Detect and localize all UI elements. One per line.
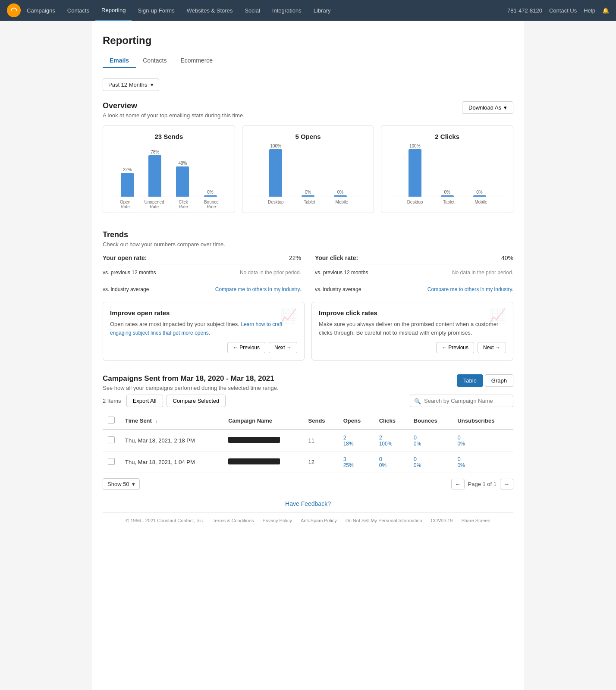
tab-contacts[interactable]: Contacts [136, 53, 173, 68]
pagination-row: Show 50 ▾ ← Page 1 of 1 → [103, 478, 513, 490]
select-all-col [103, 412, 120, 430]
clicks-tablet-pct: 0% [444, 190, 450, 194]
prev-page-button[interactable]: ← [451, 479, 465, 489]
opens-chart-card: 5 Opens 100% 0% 0% [242, 125, 374, 213]
items-count: 2 Items [103, 398, 121, 404]
campaigns-section: Campaigns Sent from Mar 18, 2020 - Mar 1… [103, 374, 513, 490]
clicks-mobile-bar [473, 195, 486, 197]
campaigns-header-text: Campaigns Sent from Mar 18, 2020 - Mar 1… [103, 374, 279, 391]
campaigns-header: Campaigns Sent from Mar 18, 2020 - Mar 1… [103, 374, 513, 391]
col-bounces[interactable]: Bounces [409, 412, 453, 430]
nav-contacts[interactable]: Contacts [61, 0, 95, 21]
compare-industry-link-left[interactable]: Compare me to others in my industry. [215, 286, 301, 292]
clicks-tablet-label: Tablet [443, 200, 455, 204]
footer-terms[interactable]: Terms & Conditions [213, 518, 254, 523]
contact-us-link[interactable]: Contact Us [549, 7, 577, 14]
show-chevron-icon: ▾ [132, 481, 135, 487]
download-label: Download As [468, 104, 501, 111]
col-time-sent[interactable]: Time Sent ↓ [120, 412, 223, 430]
graph-view-button[interactable]: Graph [485, 374, 513, 387]
row1-bounces-val: 0 [414, 434, 447, 441]
nav-campaigns[interactable]: Campaigns [21, 0, 61, 21]
tip-right-next-button[interactable]: Next → [478, 342, 506, 353]
tip-left-prev-button[interactable]: ← Previous [227, 342, 265, 353]
bar-label-40: 40% [176, 161, 189, 166]
logo[interactable]: ◠ [7, 3, 21, 17]
row2-opens: 3 25% [338, 452, 374, 473]
next-page-button[interactable]: → [500, 479, 513, 489]
compare-industry-link-right[interactable]: Compare me to others in my industry. [427, 286, 513, 292]
page-label: Page 1 of 1 [468, 481, 497, 487]
row2-unsubs-val: 0 [457, 456, 508, 462]
table-view-button[interactable]: Table [457, 374, 483, 387]
nav-websites-stores[interactable]: Websites & Stores [181, 0, 239, 21]
row1-campaign-name [223, 430, 303, 452]
date-range-filter[interactable]: Past 12 Months ▾ [103, 78, 159, 91]
clicks-desktop-bar [409, 149, 421, 197]
tab-emails[interactable]: Emails [103, 53, 136, 68]
col-opens-label: Opens [343, 417, 361, 424]
feedback-link[interactable]: Have Feedback? [285, 500, 331, 507]
export-all-button[interactable]: Export All [126, 395, 163, 407]
sort-icon: ↓ [155, 418, 158, 423]
row1-opens: 2 18% [338, 430, 374, 452]
clicks-desktop-label: Desktop [407, 200, 423, 204]
vs-prev-label-right: vs. previous 12 months [315, 270, 368, 276]
search-input[interactable] [410, 395, 513, 407]
opens-tablet-bar [302, 195, 314, 197]
nav-signup-forms[interactable]: Sign-up Forms [132, 0, 180, 21]
opens-mobile-bar [334, 195, 347, 197]
tips-grid: Improve open rates Open rates are most i… [103, 302, 513, 361]
col-opens[interactable]: Opens [338, 412, 374, 430]
overview-text: Overview A look at some of your top emai… [103, 101, 245, 119]
tab-ecommerce[interactable]: Ecommerce [173, 53, 220, 68]
nav-social[interactable]: Social [239, 0, 266, 21]
table-header: Time Sent ↓ Campaign Name Sends Opens Cl… [103, 412, 513, 430]
trends-grid: Your open rate: 22% vs. previous 12 mont… [103, 254, 513, 295]
footer-antispam[interactable]: Anti-Spam Policy [301, 518, 337, 523]
col-campaign-name[interactable]: Campaign Name [223, 412, 303, 430]
row2-campaign-name [223, 452, 303, 473]
row1-checkbox[interactable] [108, 436, 115, 443]
help-link[interactable]: Help [584, 7, 595, 14]
footer-privacy[interactable]: Privacy Policy [262, 518, 292, 523]
nav-integrations[interactable]: Integrations [266, 0, 308, 21]
vs-industry-label-left: vs. industry average [103, 286, 149, 292]
col-sends[interactable]: Sends [303, 412, 338, 430]
footer-do-not-sell[interactable]: Do Not Sell My Personal Information [346, 518, 422, 523]
click-rate-label: Click Rate [175, 200, 192, 209]
row2-checkbox[interactable] [108, 458, 115, 465]
nav-reporting[interactable]: Reporting [95, 0, 132, 21]
download-as-button[interactable]: Download As ▾ [462, 101, 513, 114]
opens-desktop-label: Desktop [268, 200, 284, 204]
tip-right-actions: ← Previous Next → [319, 342, 506, 353]
campaigns-title: Campaigns Sent from Mar 18, 2020 - Mar 1… [103, 374, 279, 383]
click-rate-bar [176, 166, 189, 197]
row1-clicks-val: 2 [379, 434, 403, 441]
notification-bell-icon[interactable]: 🔔 [602, 7, 609, 14]
trends-desc: Check out how your numbers compare over … [103, 241, 513, 248]
row2-time-sent: Thu, Mar 18, 2021, 1:04 PM [120, 452, 223, 473]
chart-icon-right: 📈 [489, 307, 506, 324]
footer-share-screen[interactable]: Share Screen [461, 518, 490, 523]
sends-chart-card: 23 Sends 22% 78% [103, 125, 235, 213]
select-all-checkbox[interactable] [108, 417, 115, 423]
vs-prev-value-right: No data in the prior period. [452, 270, 513, 276]
tip-right-prev-button[interactable]: ← Previous [436, 342, 474, 353]
page-info: ← Page 1 of 1 → [451, 479, 514, 489]
tip-left-next-button[interactable]: Next → [269, 342, 297, 353]
page-title: Reporting [103, 34, 513, 47]
row2-sends: 12 [303, 452, 338, 473]
footer-covid[interactable]: COVID-19 [431, 518, 453, 523]
compare-selected-button[interactable]: Compare Selected [167, 395, 226, 407]
opens-tablet-pct: 0% [305, 190, 311, 194]
nav-library[interactable]: Library [308, 0, 337, 21]
click-rate-tip-body: Make sure you always deliver on the prom… [319, 320, 506, 337]
show-select[interactable]: Show 50 ▾ [103, 478, 140, 490]
date-range-label: Past 12 Months [108, 82, 147, 88]
col-unsubscribes[interactable]: Unsubscribes [452, 412, 513, 430]
click-rate-trend: Your click rate: 40% vs. previous 12 mon… [315, 254, 513, 295]
col-clicks[interactable]: Clicks [374, 412, 409, 430]
chart-row: 23 Sends 22% 78% [103, 125, 513, 213]
col-clicks-label: Clicks [379, 417, 396, 424]
